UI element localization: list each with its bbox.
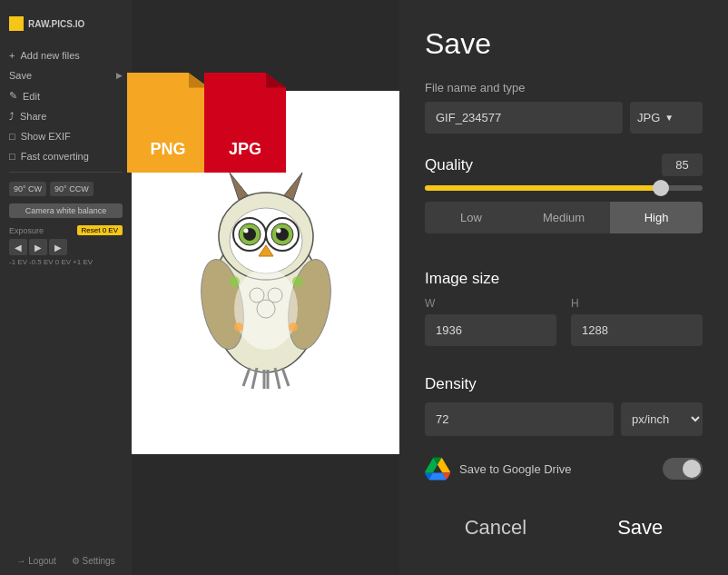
sidebar-label: Show EXIF [21, 131, 71, 142]
svg-line-23 [282, 368, 289, 386]
exposure-controls: ◀ ▶ ▶ [9, 239, 123, 255]
sidebar-item-settings[interactable]: ⚙ Settings [72, 556, 115, 566]
plus-icon: + [9, 50, 15, 61]
width-label: W [425, 297, 556, 310]
svg-marker-3 [284, 173, 302, 200]
quality-label: Quality [425, 156, 473, 174]
sidebar-item-save[interactable]: Save ▶ [0, 65, 132, 85]
exposure-right-button[interactable]: ▶ [49, 239, 67, 255]
svg-point-16 [234, 268, 298, 350]
file-icons: PNG JPG [132, 73, 286, 173]
jpg-file-icon: JPG [204, 73, 286, 173]
white-balance-button[interactable]: Camera white balance [9, 203, 123, 218]
toggle-thumb [683, 460, 701, 478]
exposure-play-button[interactable]: ▶ [29, 239, 47, 255]
svg-point-8 [243, 229, 248, 233]
rotate-ccw-button[interactable]: 90° CCW [50, 182, 93, 196]
file-name-label: File name and type [425, 81, 703, 94]
quality-section: Quality 85 Low Medium High [425, 154, 703, 253]
png-label: PNG [150, 140, 185, 159]
chevron-right-icon: ▶ [116, 71, 123, 80]
svg-point-26 [229, 276, 240, 287]
height-field: H [571, 297, 703, 346]
density-input[interactable] [425, 402, 614, 436]
settings-label: Settings [83, 556, 115, 566]
svg-point-29 [289, 322, 298, 332]
sidebar-label: Share [20, 111, 46, 122]
settings-icon: ⚙ [72, 556, 80, 566]
share-icon: ⤴ [9, 111, 15, 122]
svg-marker-2 [230, 173, 248, 200]
checkbox-icon: □ [9, 131, 15, 142]
quality-low-button[interactable]: Low [425, 202, 517, 233]
image-size-section: Image size W H [425, 270, 703, 359]
quality-high-button[interactable]: High [610, 202, 703, 233]
divider [9, 172, 123, 173]
sidebar-bottom: → Logout ⚙ Settings [0, 556, 132, 566]
checkbox-icon: □ [9, 151, 15, 162]
save-button[interactable]: Save [599, 507, 681, 549]
svg-line-20 [243, 368, 250, 386]
width-input[interactable] [425, 314, 556, 346]
sidebar-item-edit[interactable]: ✎ Edit [0, 85, 132, 106]
logo-text: RAW.PICS.IO [28, 19, 84, 29]
sidebar-label: Edit [23, 91, 40, 102]
sidebar-label: Fast converting [21, 151, 89, 162]
exposure-left-button[interactable]: ◀ [9, 239, 27, 255]
quality-header: Quality 85 [425, 154, 703, 176]
slider-track [425, 185, 703, 191]
sidebar-item-add-new-files[interactable]: + Add new files [0, 45, 132, 65]
density-unit-select[interactable]: px/inchpx/cm [621, 402, 703, 436]
chevron-down-icon: ▼ [664, 113, 674, 123]
logout-icon: → [16, 556, 25, 566]
height-input[interactable] [571, 314, 703, 346]
sidebar-item-logout[interactable]: → Logout [16, 556, 56, 566]
file-type-value: JPG [637, 111, 660, 124]
sidebar-logo: RAW.PICS.IO [0, 9, 132, 38]
edit-icon: ✎ [9, 90, 17, 102]
jpg-label: JPG [229, 140, 261, 159]
quality-medium-button[interactable]: Medium [517, 202, 610, 233]
file-name-row: JPG ▼ [425, 102, 703, 134]
logout-label: Logout [28, 556, 56, 566]
dialog-buttons: Cancel Save [425, 507, 703, 549]
density-label: Density [425, 375, 703, 393]
google-drive-toggle[interactable] [663, 458, 703, 480]
density-row: px/inchpx/cm [425, 402, 703, 436]
size-row: W H [425, 297, 703, 346]
png-file-icon: PNG [127, 73, 209, 173]
sidebar-item-show-exif[interactable]: □ Show EXIF [0, 126, 132, 146]
image-size-label: Image size [425, 270, 703, 288]
density-section: Density px/inchpx/cm [425, 375, 703, 436]
owl-image [184, 154, 348, 391]
dialog-title: Save [425, 27, 703, 61]
logo-icon [9, 16, 24, 31]
rotate-cw-button[interactable]: 90° CW [9, 182, 46, 196]
reset-button[interactable]: Reset 0 EV [77, 225, 123, 235]
save-dialog: Save File name and type JPG ▼ Quality 85… [399, 0, 728, 575]
svg-point-12 [276, 229, 280, 233]
quality-button-group: Low Medium High [425, 202, 703, 233]
exposure-values: -1 EV -0.5 EV 0 EV +1 EV [9, 258, 123, 266]
google-drive-icon [425, 456, 450, 481]
quality-value: 85 [662, 154, 703, 176]
sidebar-item-fast-converting[interactable]: □ Fast converting [0, 146, 132, 166]
sidebar-item-share[interactable]: ⤴ Share [0, 106, 132, 126]
cancel-button[interactable]: Cancel [447, 507, 545, 549]
sidebar-label: Save [9, 70, 32, 81]
svg-point-27 [292, 276, 303, 287]
svg-point-28 [234, 322, 243, 332]
file-type-select[interactable]: JPG ▼ [630, 102, 703, 134]
google-drive-row: Save to Google Drive [425, 456, 703, 481]
width-field: W [425, 297, 556, 346]
slider-fill [425, 185, 661, 191]
sidebar-label: Add new files [20, 50, 79, 61]
slider-thumb[interactable] [653, 180, 669, 196]
google-drive-label: Save to Google Drive [459, 462, 654, 476]
exposure-label: Exposure Reset 0 EV [9, 225, 123, 235]
quality-slider[interactable] [425, 185, 703, 191]
sidebar: RAW.PICS.IO + Add new files Save ▶ ✎ Edi… [0, 0, 132, 575]
file-name-input[interactable] [425, 102, 623, 134]
height-label: H [571, 297, 703, 310]
rotate-button-group: 90° CW 90° CCW [0, 178, 132, 200]
